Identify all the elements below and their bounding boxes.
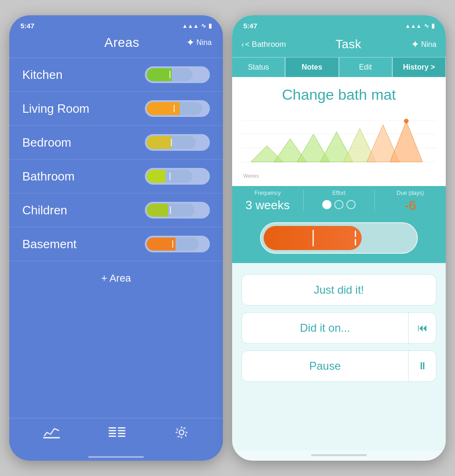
area-item-bathroom[interactable]: Bathroom	[9, 160, 223, 193]
time-right: 5:47	[243, 22, 257, 30]
battery-icon: ▮	[208, 22, 212, 29]
effort-label: Effort	[306, 190, 373, 196]
just-did-it-label: Just did it!	[242, 283, 436, 296]
pill-divider-bedroom	[171, 139, 172, 147]
area-item-children[interactable]: Children	[9, 193, 223, 227]
svg-rect-7	[118, 433, 125, 434]
area-name-bathroom: Bathroom	[22, 169, 75, 184]
settings-tab[interactable]	[174, 425, 189, 443]
pill-basement	[145, 236, 210, 252]
svg-rect-2	[109, 430, 116, 431]
chart-area: Weeks	[232, 107, 446, 186]
svg-rect-1	[109, 427, 116, 429]
task-header-title: Task	[336, 37, 361, 51]
origami-icon-left: ✦	[186, 37, 195, 49]
add-area-button[interactable]: + Area	[9, 261, 223, 296]
svg-rect-3	[109, 433, 116, 434]
pill-fill-bedroom	[147, 136, 196, 149]
pill-divider-living	[174, 105, 175, 113]
action-section: Just did it! Did it on... ⏮ Pause ⏸	[232, 263, 446, 450]
pill-fill-living	[147, 102, 202, 115]
signal-icon-right: ▲▲▲	[405, 23, 422, 29]
chart-weeks-label: Weeks	[241, 173, 436, 179]
area-name-bedroom: Bedroom	[22, 135, 72, 150]
due-label: Due (days)	[377, 190, 444, 196]
big-pill-slider[interactable]	[260, 222, 418, 254]
effort-dot-1	[322, 200, 332, 209]
effort-dot-2	[334, 200, 344, 209]
pause-icon: ⏸	[408, 351, 436, 381]
home-bar-left	[88, 456, 144, 458]
pill-center-line	[312, 230, 314, 246]
area-name-basement: Basement	[22, 237, 77, 251]
frequency-label: Frequency	[234, 190, 301, 196]
right-phone: 5:47 ▲▲▲ ∿ ▮ ‹ < Bathroom Task ✦ Nina St…	[232, 15, 446, 461]
pill-divider-bathroom	[169, 173, 170, 180]
pause-button[interactable]: Pause ⏸	[241, 350, 436, 382]
frequency-value: 3 weeks	[234, 198, 301, 212]
area-item-kitchen[interactable]: Kitchen	[9, 58, 223, 92]
battery-icon-right: ▮	[431, 22, 435, 29]
pill-fill-children	[147, 204, 195, 217]
status-icons-left: ▲▲▲ ∿ ▮	[182, 22, 212, 29]
handle-line-2	[355, 239, 356, 245]
pill-divider-kitchen	[169, 71, 170, 79]
tab-bar: Status Notes Edit History >	[232, 57, 446, 77]
pill-fill-kitchen	[147, 68, 193, 81]
status-bar-right: 5:47 ▲▲▲ ∿ ▮	[232, 15, 446, 33]
left-header: Areas ✦ Nina	[9, 33, 223, 58]
pill-divider-basement	[172, 240, 173, 248]
did-it-on-label: Did it on...	[242, 322, 408, 334]
status-bar-left: 5:47 ▲▲▲ ∿ ▮	[9, 15, 223, 33]
area-item-living[interactable]: Living Room	[9, 92, 223, 126]
area-name-living: Living Room	[22, 102, 90, 116]
tab-edit[interactable]: Edit	[339, 57, 392, 77]
right-header: ‹ < Bathroom Task ✦ Nina	[232, 33, 446, 57]
back-button[interactable]: ‹ < Bathroom	[241, 40, 286, 49]
bottom-tab-bar	[9, 418, 223, 456]
wifi-icon: ∿	[201, 22, 206, 29]
pill-children	[145, 202, 210, 219]
just-did-it-button[interactable]: Just did it!	[241, 274, 436, 306]
skip-back-icon: ⏮	[408, 313, 436, 343]
svg-point-9	[179, 430, 184, 435]
due-stat: Due (days) -6	[375, 186, 446, 215]
effort-dots	[306, 198, 373, 211]
home-bar-right	[311, 454, 367, 456]
svg-point-21	[404, 119, 409, 123]
tab-notes[interactable]: Notes	[285, 57, 338, 77]
chart-tab[interactable]	[43, 426, 60, 442]
area-item-basement[interactable]: Basement	[9, 227, 223, 261]
frequency-stat: Frequency 3 weeks	[232, 186, 303, 215]
area-list: Kitchen Living Room Bedroom	[9, 58, 223, 418]
handle-line-1	[355, 231, 356, 237]
origami-icon-right: ✦	[411, 39, 419, 51]
svg-marker-20	[390, 121, 422, 162]
task-title: Change bath mat	[282, 86, 396, 103]
task-chart	[241, 111, 436, 171]
task-title-section: Change bath mat	[232, 77, 446, 107]
pill-handle	[355, 231, 358, 245]
slider-section	[232, 215, 446, 263]
svg-rect-6	[118, 430, 125, 431]
list-tab[interactable]	[109, 426, 125, 442]
tab-status[interactable]: Status	[232, 57, 285, 77]
stats-bar: Frequency 3 weeks Effort Due (days) -6	[232, 186, 446, 215]
time-left: 5:47	[20, 22, 34, 30]
area-name-kitchen: Kitchen	[22, 68, 63, 82]
svg-rect-4	[109, 436, 116, 437]
pill-living	[145, 100, 210, 117]
effort-dot-3	[346, 200, 356, 209]
area-item-bedroom[interactable]: Bedroom	[9, 126, 223, 160]
wifi-icon-right: ∿	[424, 22, 429, 29]
pill-divider-children	[170, 206, 171, 214]
svg-rect-8	[118, 436, 125, 437]
areas-title: Areas	[58, 35, 186, 50]
tab-history[interactable]: History >	[392, 57, 446, 77]
did-it-on-button[interactable]: Did it on... ⏮	[241, 312, 436, 344]
user-name-left: Nina	[196, 39, 212, 47]
due-value: -6	[377, 198, 444, 213]
pill-bathroom	[145, 168, 210, 185]
nina-logo-left: ✦ Nina	[186, 37, 212, 49]
pause-label: Pause	[242, 360, 408, 373]
